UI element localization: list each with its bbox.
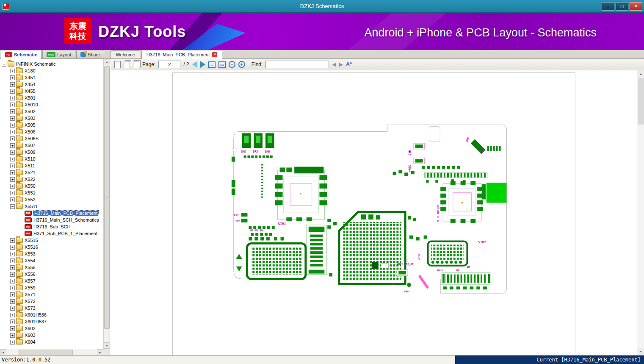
tree-folder-item[interactable]: +X5010 [0, 101, 103, 108]
expand-toggle[interactable]: + [10, 157, 15, 161]
tree-folder-item[interactable]: −X5511 [0, 203, 103, 210]
prev-page-icon[interactable] [192, 61, 197, 68]
expand-toggle[interactable]: + [10, 279, 15, 283]
tab-share[interactable]: Share [76, 50, 104, 58]
expand-toggle[interactable]: + [10, 82, 15, 87]
tree-folder-item[interactable]: +X557 [0, 278, 103, 284]
doc-tab-welcome[interactable]: Welcome [111, 50, 140, 58]
scroll-down-icon[interactable]: ▼ [104, 342, 110, 349]
doc-tab-h3716-main-pcb-placement[interactable]: H3716_Main_PCB_Placement ✕ [141, 50, 222, 59]
tree-folder-item[interactable]: +X503 [0, 115, 103, 122]
zoom-in-icon[interactable]: + [238, 61, 245, 68]
tree-vertical-scrollbar[interactable]: ▲ ▼ [103, 59, 110, 349]
tree-folder-item[interactable]: +X604 [0, 339, 103, 345]
scroll-down-icon[interactable]: ▼ [637, 348, 644, 355]
expand-toggle[interactable]: + [10, 340, 15, 345]
expand-toggle[interactable]: + [10, 150, 15, 155]
zoom-out-icon[interactable]: − [229, 61, 235, 68]
tree-doc-item[interactable]: PDFH3716_Main_SCH_Schematics [0, 217, 103, 223]
expand-toggle[interactable]: + [10, 69, 15, 73]
tree-folder-item[interactable]: +X603 [0, 332, 103, 339]
tree-folder-item[interactable]: +X552 [0, 196, 103, 203]
tree-folder-item[interactable]: +X521 [0, 169, 103, 176]
tree-folder-item[interactable]: +X507 [0, 142, 103, 149]
tree-folder-item[interactable]: +X511 [0, 162, 103, 169]
expand-toggle[interactable]: + [10, 109, 15, 114]
tree-folder-item[interactable]: +X572 [0, 298, 103, 305]
tree-root[interactable]: − INFINIX Schematic [0, 61, 103, 67]
tab-close-icon[interactable]: ✕ [212, 52, 217, 57]
tab-layout[interactable]: PADS Layout [42, 50, 75, 58]
collapse-toggle[interactable]: − [2, 62, 6, 67]
expand-toggle[interactable]: + [10, 164, 15, 168]
tree-horizontal-scrollbar[interactable]: ◄ ► [0, 349, 103, 355]
match-case-icon[interactable]: Aa [346, 61, 352, 67]
tree-doc-item[interactable]: PDFH3716_Main_PCB_Placement [0, 210, 103, 217]
expand-toggle[interactable]: + [10, 136, 15, 141]
expand-toggle[interactable]: + [10, 184, 15, 189]
expand-toggle[interactable]: + [10, 245, 15, 250]
tree-folder-item[interactable]: +X601H536 [0, 311, 103, 318]
expand-toggle[interactable]: + [10, 177, 15, 182]
scroll-right-icon[interactable]: ► [97, 349, 103, 356]
expand-toggle[interactable]: + [10, 258, 15, 263]
expand-toggle[interactable]: + [10, 96, 15, 100]
maximize-button[interactable]: □ [616, 2, 628, 11]
find-prev-icon[interactable]: ◀ [332, 61, 336, 67]
tree-folder-item[interactable]: +X451 [0, 74, 103, 81]
expand-toggle[interactable]: + [10, 272, 15, 277]
page-input[interactable] [158, 61, 180, 68]
expand-toggle[interactable]: + [10, 313, 15, 317]
document-canvas[interactable]: GNDDRXGNDRSTINTVDD SCL SDASIM1SIM2GND+RE… [111, 70, 637, 355]
tree-folder-item[interactable]: +X550 [0, 183, 103, 189]
expand-toggle[interactable]: + [10, 238, 15, 243]
tree-folder-item[interactable]: +X5515 [0, 237, 103, 244]
expand-toggle[interactable]: + [10, 89, 15, 94]
tree-folder-item[interactable]: +X455 [0, 88, 103, 94]
tree-folder-item[interactable]: +X502 [0, 108, 103, 115]
scroll-up-icon[interactable]: ▲ [104, 59, 110, 65]
expand-toggle[interactable]: + [10, 143, 15, 148]
tree-folder-item[interactable]: +X553 [0, 250, 103, 257]
tab-schematic[interactable]: PDF Schematic [1, 50, 41, 59]
find-next-icon[interactable]: ▶ [339, 61, 343, 67]
expand-toggle[interactable]: + [10, 197, 15, 202]
tree-folder-item[interactable]: +X554 [0, 257, 103, 264]
expand-toggle[interactable]: + [10, 299, 15, 304]
expand-toggle[interactable]: + [10, 320, 15, 324]
multi-page-icon[interactable] [124, 61, 130, 68]
close-button[interactable]: ✕ [630, 2, 642, 11]
tree-folder-item[interactable]: +X556 [0, 271, 103, 278]
expand-toggle[interactable]: + [10, 170, 15, 175]
tree-folder-item[interactable]: +X506 [0, 128, 103, 135]
single-page-icon[interactable] [114, 61, 121, 68]
tree-folder-item[interactable]: +X506S [0, 135, 103, 142]
expand-toggle[interactable]: + [10, 130, 15, 134]
tree-hscroll-thumb[interactable] [18, 350, 73, 355]
tree-folder-item[interactable]: +X522 [0, 176, 103, 183]
tree-folder-item[interactable]: +X454 [0, 81, 103, 88]
tree-folder-item[interactable]: +X5516 [0, 244, 103, 250]
tree-folder-item[interactable]: +X551 [0, 189, 103, 196]
tree-folder-item[interactable]: +X509 [0, 149, 103, 156]
expand-toggle[interactable]: + [10, 75, 15, 80]
expand-toggle[interactable]: + [10, 103, 15, 107]
tree-vscroll-thumb[interactable] [104, 66, 110, 329]
tree-doc-item[interactable]: PDFH371_Sub_PCB_1_Placement [0, 230, 103, 237]
tree-folder-item[interactable]: +X555 [0, 264, 103, 271]
tree-folder-item[interactable]: +X505 [0, 122, 103, 128]
expand-toggle[interactable]: + [10, 191, 15, 195]
fit-width-icon[interactable]: ↔ [208, 61, 216, 68]
expand-toggle[interactable]: + [10, 265, 15, 270]
tree-folder-item[interactable]: +X571 [0, 291, 103, 298]
tree-folder-item[interactable]: +X602 [0, 325, 103, 332]
expand-toggle[interactable]: + [10, 326, 15, 331]
facing-pages-icon[interactable] [133, 61, 139, 68]
tree-folder-item[interactable]: +X180 [0, 67, 103, 74]
expand-toggle[interactable]: + [10, 286, 15, 290]
tree-folder-item[interactable]: +X601H537 [0, 318, 103, 325]
tree-folder-item[interactable]: +X510 [0, 156, 103, 162]
canvas-vertical-scrollbar[interactable]: ▲ ▼ [637, 70, 644, 355]
expand-toggle[interactable]: + [10, 306, 15, 311]
expand-toggle[interactable]: + [10, 123, 15, 128]
